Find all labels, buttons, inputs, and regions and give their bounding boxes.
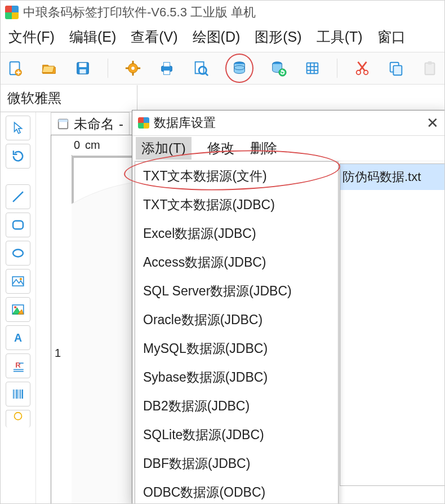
svg-point-39 xyxy=(13,250,23,257)
side-toolbar: A R xyxy=(1,112,36,504)
svg-rect-3 xyxy=(79,63,87,68)
settings-icon[interactable] xyxy=(124,59,142,78)
cut-icon[interactable] xyxy=(353,59,371,78)
dropdown-item-dbf[interactable]: DBF数据源(JDBC) xyxy=(135,449,338,478)
svg-text:R: R xyxy=(15,361,21,369)
svg-rect-53 xyxy=(16,390,17,399)
svg-rect-38 xyxy=(13,221,23,229)
svg-line-16 xyxy=(206,73,208,76)
dialog-menu: 添加(T) 修改 删除 xyxy=(132,136,445,161)
tool-roundrect-icon[interactable] xyxy=(6,213,30,237)
tool-picture-icon[interactable] xyxy=(6,297,30,322)
menu-draw[interactable]: 绘图(D) xyxy=(193,28,241,46)
copy-icon[interactable] xyxy=(387,59,405,78)
ruler-one: 1 xyxy=(55,347,61,360)
tool-pointer-icon[interactable] xyxy=(6,116,30,140)
dropdown-item-access[interactable]: Access数据源(JDBC) xyxy=(135,248,338,277)
svg-rect-59 xyxy=(59,120,68,122)
dropdown-item-sqlserver[interactable]: SQL Server数据源(JDBC) xyxy=(135,277,338,306)
toolbar-sep-2 xyxy=(337,59,337,78)
paste-icon[interactable] xyxy=(421,59,439,78)
document-tab[interactable]: 未命名 - xyxy=(51,112,130,135)
svg-rect-55 xyxy=(20,390,21,399)
menu-tool[interactable]: 工具(T) xyxy=(317,28,363,46)
menu-shape[interactable]: 图形(S) xyxy=(255,28,301,46)
dropdown-item-odbc[interactable]: ODBC数据源(ODBC) xyxy=(135,478,338,504)
svg-rect-51 xyxy=(13,390,14,399)
tool-rotate-icon[interactable] xyxy=(6,144,30,169)
app-title: 中琅条码标签打印软件-V6.5.3 工业版 单机 xyxy=(23,4,256,21)
title-bar: 中琅条码标签打印软件-V6.5.3 工业版 单机 xyxy=(1,1,444,24)
svg-rect-54 xyxy=(19,390,19,399)
ruler-unit: cm xyxy=(85,139,100,152)
dialog-titlebar: 数据库设置 ✕ xyxy=(132,110,445,136)
svg-point-45 xyxy=(14,306,16,308)
menu-window[interactable]: 窗口 xyxy=(377,28,406,46)
menu-edit[interactable]: 编辑(E) xyxy=(69,28,116,46)
toolbar-sep-1 xyxy=(108,59,108,78)
ruler-vertical: 1 xyxy=(51,155,72,504)
dialog-close-button[interactable]: ✕ xyxy=(423,114,442,132)
save-icon[interactable] xyxy=(74,59,92,78)
tool-richtext-icon[interactable]: R xyxy=(6,353,30,378)
svg-rect-35 xyxy=(425,63,435,75)
svg-point-57 xyxy=(15,413,22,420)
dropdown-item-excel[interactable]: Excel数据源(JDBC) xyxy=(135,219,338,248)
dropdown-item-sqlite[interactable]: SQLite数据源(JDBC) xyxy=(135,421,338,449)
dialog-menu-delete[interactable]: 删除 xyxy=(250,139,277,157)
tool-barcode-icon[interactable] xyxy=(6,382,30,406)
dialog-file-list: 防伪码数据.txt xyxy=(340,163,445,486)
print-icon[interactable] xyxy=(158,59,176,78)
menu-view[interactable]: 查看(V) xyxy=(131,28,177,46)
menu-bar: 文件(F) 编辑(E) 查看(V) 绘图(D) 图形(S) 工具(T) 窗口 xyxy=(1,24,444,52)
tool-more-icon[interactable] xyxy=(6,410,30,427)
dropdown-item-txt-file[interactable]: TXT文本数据源(文件) xyxy=(135,162,338,191)
database-icon[interactable] xyxy=(225,54,253,83)
dialog-menu-add[interactable]: 添加(T) xyxy=(136,137,192,160)
app-logo-icon xyxy=(5,6,19,19)
svg-point-6 xyxy=(131,67,135,70)
app-window: 中琅条码标签打印软件-V6.5.3 工业版 单机 文件(F) 编辑(E) 查看(… xyxy=(0,0,445,504)
document-icon xyxy=(57,118,69,130)
dialog-title-text: 数据库设置 xyxy=(154,114,216,131)
document-tab-dash: - xyxy=(119,116,123,132)
dropdown-item-mysql[interactable]: MySQL数据源(JDBC) xyxy=(135,334,338,363)
svg-text:A: A xyxy=(14,331,22,344)
ruler-zero: 0 xyxy=(74,139,80,152)
svg-point-41 xyxy=(20,278,21,280)
svg-line-37 xyxy=(13,192,23,202)
dialog-logo-icon xyxy=(138,117,149,129)
tool-text-icon[interactable]: A xyxy=(6,325,30,350)
tool-ellipse-icon[interactable] xyxy=(6,241,30,266)
document-tab-label: 未命名 xyxy=(74,115,114,133)
dialog-menu-modify[interactable]: 修改 xyxy=(207,139,234,157)
svg-rect-56 xyxy=(22,390,23,399)
database-refresh-icon[interactable] xyxy=(269,59,287,78)
grid-icon[interactable] xyxy=(303,59,321,78)
svg-rect-4 xyxy=(80,69,86,74)
menu-file[interactable]: 文件(F) xyxy=(8,28,55,46)
svg-rect-52 xyxy=(15,390,15,399)
dropdown-item-db2[interactable]: DB2数据源(JDBC) xyxy=(135,392,338,421)
format-bar: 微软雅黑 xyxy=(1,85,444,112)
tool-image-icon[interactable] xyxy=(6,269,30,294)
preview-icon[interactable] xyxy=(192,59,210,78)
svg-rect-34 xyxy=(393,65,402,75)
toolbar xyxy=(1,52,444,85)
dropdown-item-txt-jdbc[interactable]: TXT文本数据源(JDBC) xyxy=(135,191,338,219)
svg-rect-12 xyxy=(164,63,170,67)
dropdown-item-sybase[interactable]: Sybase数据源(JDBC) xyxy=(135,363,338,392)
open-icon[interactable] xyxy=(40,59,58,78)
datasource-dropdown: TXT文本数据源(文件) TXT文本数据源(JDBC) Excel数据源(JDB… xyxy=(135,161,339,504)
database-dialog: 数据库设置 ✕ 添加(T) 修改 删除 防伪码数据.txt TXT文本数据源(文… xyxy=(132,110,445,504)
font-name: 微软雅黑 xyxy=(7,89,61,107)
svg-rect-36 xyxy=(428,61,432,65)
font-select[interactable]: 微软雅黑 xyxy=(1,85,137,111)
svg-rect-13 xyxy=(164,70,170,75)
dropdown-item-oracle[interactable]: Oracle数据源(JDBC) xyxy=(135,306,338,334)
new-doc-icon[interactable] xyxy=(6,59,24,78)
dialog-file-item[interactable]: 防伪码数据.txt xyxy=(340,164,445,190)
tool-line-icon[interactable] xyxy=(6,184,30,209)
